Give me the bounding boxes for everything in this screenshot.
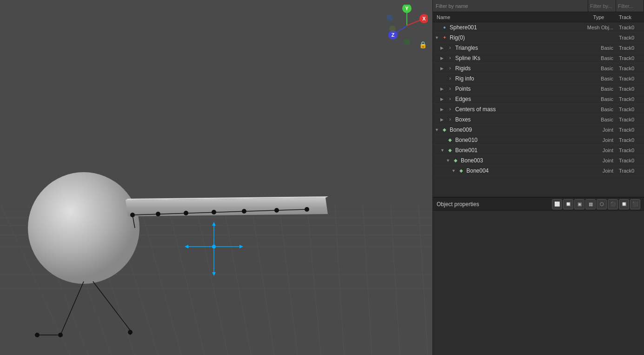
tree-item[interactable]: ▼ ◆ Bone001 Joint Track0 xyxy=(433,145,644,155)
svg-line-18 xyxy=(223,203,251,355)
object-properties-title: Object properties xyxy=(437,201,479,208)
tree-item-track: Track0 xyxy=(616,55,644,61)
svg-text:X: X xyxy=(422,16,426,21)
lock-icon[interactable]: 🔒 xyxy=(419,41,427,48)
tree-item-track: Track0 xyxy=(616,35,644,40)
svg-marker-32 xyxy=(239,245,243,248)
filter-by-type-input[interactable] xyxy=(588,0,616,12)
svg-line-21 xyxy=(307,203,321,355)
tree-item[interactable]: ▼ ✦ Rig(0) Track0 xyxy=(433,33,644,43)
svg-line-24 xyxy=(391,203,400,355)
tree-item-track: Track0 xyxy=(616,127,644,133)
object-properties-panel: Object properties ⬜ 🔲 ▣ ▦ ⬡ ⚫ 🔲 ⬛ xyxy=(433,197,644,355)
tree-item[interactable]: ▼ ◆ Bone009 Joint Track0 xyxy=(433,125,644,135)
tree-item[interactable]: › Rig info Basic Track0 xyxy=(433,74,644,84)
tree-item-track: Track0 xyxy=(616,168,644,174)
prop-icon-hex[interactable]: ⬡ xyxy=(597,199,607,209)
tree-item-track: Track0 xyxy=(616,45,644,51)
tree-item-track: Track0 xyxy=(616,107,644,112)
sphere-mesh xyxy=(28,172,139,284)
svg-point-33 xyxy=(212,245,216,248)
tree-item-label: Bone003 xyxy=(461,157,483,164)
bone-dot xyxy=(274,208,279,213)
tree-item-track: Track0 xyxy=(616,76,644,81)
prop-icon-grid[interactable]: ▦ xyxy=(585,199,596,209)
tree-item-label: Triangles xyxy=(455,45,478,51)
tree-item-type: Basic xyxy=(581,45,616,51)
tree-item-type: Basic xyxy=(581,107,616,112)
tree-item[interactable]: ▶ › Rigids Basic Track0 xyxy=(433,63,644,74)
svg-line-23 xyxy=(363,203,372,355)
tree-item[interactable]: ● Sphere001 Mesh Obj... Track0 xyxy=(433,22,644,33)
tree-item[interactable]: ▼ ◆ Bone004 Joint Track0 xyxy=(433,166,644,176)
svg-line-20 xyxy=(279,203,298,355)
tree-item[interactable]: ▶ › Boxes Basic Track0 xyxy=(433,114,644,125)
foot-dot xyxy=(35,333,40,337)
tree-item-label: Bone010 xyxy=(455,137,478,143)
tree-item-type: Basic xyxy=(581,86,616,92)
prop-icon-black[interactable]: ⬛ xyxy=(630,199,640,209)
navigation-gizmo[interactable]: Z Y X xyxy=(386,5,428,47)
svg-marker-31 xyxy=(185,245,188,248)
tree-item-type: Joint xyxy=(581,168,616,174)
tree-item-track: Track0 xyxy=(616,86,644,92)
svg-line-17 xyxy=(195,203,228,355)
tree-item-type: Joint xyxy=(581,127,616,133)
transform-gizmo xyxy=(185,222,243,276)
tree-item-label: Rigids xyxy=(455,65,471,72)
bone-dot xyxy=(212,210,216,214)
prop-icon-square2[interactable]: 🔲 xyxy=(619,199,629,209)
leg-bone-right xyxy=(93,281,130,330)
tree-item[interactable]: ▶ › Centers of mass Basic Track0 xyxy=(433,104,644,114)
bone-dot xyxy=(305,207,309,212)
bone-bar-top xyxy=(126,196,328,200)
grid-floor xyxy=(0,203,432,355)
tree-item-type: Joint xyxy=(581,158,616,163)
tree-item[interactable]: ▶ › Triangles Basic Track0 xyxy=(433,43,644,53)
svg-point-44 xyxy=(404,39,410,45)
svg-text:Y: Y xyxy=(405,6,409,11)
col-header-track: Track xyxy=(616,14,644,20)
tree-item[interactable]: ◆ Bone010 Joint Track0 xyxy=(433,135,644,145)
properties-icons: ⬜ 🔲 ▣ ▦ ⬡ ⚫ 🔲 ⬛ xyxy=(552,199,640,209)
tree-item-type: Basic xyxy=(581,76,616,81)
tree-item-label: Centers of mass xyxy=(455,106,496,113)
filter-extra-input[interactable] xyxy=(616,0,644,12)
svg-line-10 xyxy=(0,203,70,355)
svg-line-25 xyxy=(418,203,428,355)
tree-item-label: Edges xyxy=(455,96,471,102)
tree-item-label: Sphere001 xyxy=(450,24,477,31)
tree-item[interactable]: ▶ › Points Basic Track0 xyxy=(433,84,644,94)
prop-icon-viewport[interactable]: ▣ xyxy=(574,199,584,209)
tree-item-track: Track0 xyxy=(616,147,644,153)
tree-item-label: Rig info xyxy=(455,75,474,82)
tree-item[interactable]: ▼ ◆ Bone003 Joint Track0 xyxy=(433,155,644,166)
filter-by-name-input[interactable] xyxy=(433,0,588,12)
outliner-filter-bar xyxy=(433,0,644,12)
outliner-tree[interactable]: ● Sphere001 Mesh Obj... Track0 ▼ ✦ Rig(0… xyxy=(433,22,644,197)
tree-item-type: Mesh Obj... xyxy=(581,25,616,30)
bone-dot xyxy=(130,213,135,217)
connect-bone xyxy=(133,215,135,228)
svg-line-19 xyxy=(251,203,274,355)
tree-item[interactable]: ▶ › Edges Basic Track0 xyxy=(433,94,644,104)
svg-marker-29 xyxy=(212,222,216,226)
viewport[interactable]: Z Y X 🔒 xyxy=(0,0,432,355)
tree-item-label: Bone004 xyxy=(466,167,489,174)
bone-line xyxy=(133,209,307,215)
tree-item-label: Rig(0) xyxy=(450,34,465,41)
prop-icon-display[interactable]: ⬜ xyxy=(552,199,562,209)
svg-line-22 xyxy=(335,203,344,355)
tree-item-track: Track0 xyxy=(616,117,644,122)
prop-icon-render[interactable]: 🔲 xyxy=(563,199,573,209)
svg-line-16 xyxy=(167,203,205,355)
tree-item-type: Basic xyxy=(581,117,616,122)
tree-item-label: Points xyxy=(455,86,471,92)
tree-item[interactable]: ▶ › Spline IKs Basic Track0 xyxy=(433,53,644,63)
prop-icon-circle[interactable]: ⚫ xyxy=(608,199,618,209)
bone-dot xyxy=(156,212,160,216)
svg-line-12 xyxy=(56,203,112,355)
bone-dot xyxy=(242,209,246,214)
tree-item-type: Basic xyxy=(581,96,616,102)
bone-bar xyxy=(126,198,328,216)
